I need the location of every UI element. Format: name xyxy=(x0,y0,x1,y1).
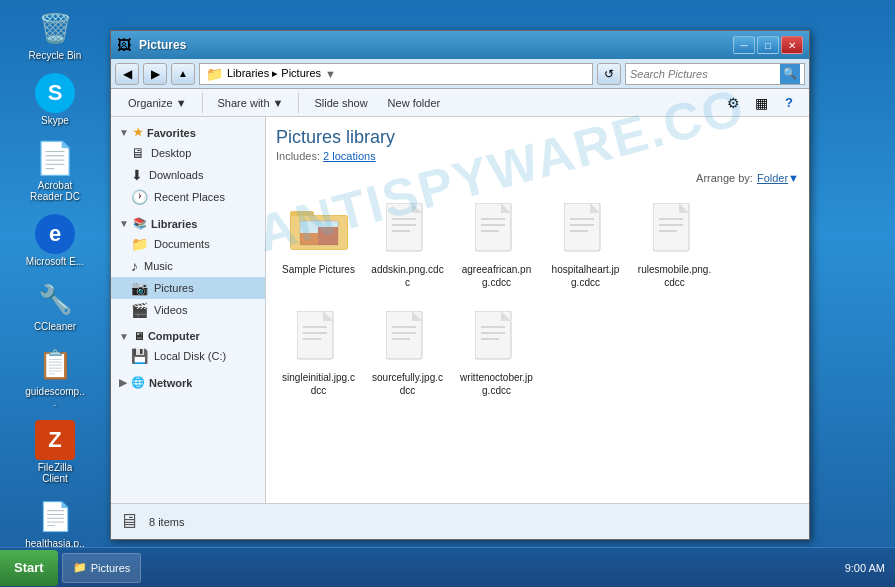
file-item-agreeafrican[interactable]: agreeafrican.png.cdcc xyxy=(454,192,539,296)
search-input[interactable] xyxy=(630,68,780,80)
sidebar-item-music[interactable]: ♪ Music xyxy=(111,255,265,277)
desktop-icon-guidescomplete[interactable]: 📋 guidescomp... xyxy=(20,340,90,412)
explorer-window: 🖼 Pictures ─ □ ✕ ◀ ▶ ▲ 📁 Libraries ▸ Pic… xyxy=(110,30,810,540)
file-label-addskin: addskin.png.cdcc xyxy=(370,263,445,289)
desktop-icon-filezilla[interactable]: Z FileZilla Client xyxy=(20,416,90,488)
sidebar-item-desktop[interactable]: 🖥 Desktop xyxy=(111,142,265,164)
network-section: ▶ 🌐 Network xyxy=(111,373,265,392)
file-grid: Sample Pictures addskin.png.cdcc xyxy=(276,192,799,404)
pictures-icon: 📷 xyxy=(131,280,148,296)
desktop-icon-ccleaner[interactable]: 🔧 CCleaner xyxy=(20,275,90,336)
desktop-icon-skype[interactable]: S Skype xyxy=(20,69,90,130)
network-header[interactable]: ▶ 🌐 Network xyxy=(111,373,265,392)
libraries-arrow: ▼ xyxy=(119,218,129,229)
organize-button[interactable]: Organize ▼ xyxy=(119,92,196,114)
share-dropdown-icon: ▼ xyxy=(273,97,284,109)
doc-svg-icon-1 xyxy=(386,203,430,255)
includes-link[interactable]: 2 locations xyxy=(323,150,376,162)
taskbar-window-item[interactable]: 📁 Pictures xyxy=(62,553,142,583)
libraries-folder-icon: 📚 xyxy=(133,217,147,230)
help-button[interactable]: ? xyxy=(777,92,801,114)
address-bar: ◀ ▶ ▲ 📁 Libraries ▸ Pictures ▼ ↺ 🔍 xyxy=(111,59,809,89)
edge-icon: e xyxy=(35,214,75,254)
new-folder-button[interactable]: New folder xyxy=(379,92,450,114)
share-with-button[interactable]: Share with ▼ xyxy=(209,92,293,114)
acrobat-icon: 📄 xyxy=(35,138,75,178)
sidebar: ▼ ★ Favorites 🖥 Desktop ⬇ Downloads 🕐 Re… xyxy=(111,117,266,503)
address-dropdown-icon[interactable]: ▼ xyxy=(325,68,336,80)
file-item-singleinitial[interactable]: singleinitial.jpg.cdcc xyxy=(276,300,361,404)
desktop-icon-sidebar: 🖥 xyxy=(131,145,145,161)
computer-header[interactable]: ▼ 🖥 Computer xyxy=(111,327,265,345)
libraries-header[interactable]: ▼ 📚 Libraries xyxy=(111,214,265,233)
back-button[interactable]: ◀ xyxy=(115,63,139,85)
path-folder-icon: 📁 xyxy=(206,66,223,82)
item-count: 8 items xyxy=(149,516,184,528)
file-label-hospitalheart: hospitalheart.jpg.cdcc xyxy=(548,263,623,289)
doc-icon-wrap-5 xyxy=(289,307,349,367)
folder-svg-icon xyxy=(290,205,348,253)
taskbar-item-icon: 📁 xyxy=(73,561,87,574)
healthasia-icon: 📄 xyxy=(35,496,75,536)
file-item-hospitalheart[interactable]: hospitalheart.jpg.cdcc xyxy=(543,192,628,296)
sidebar-item-recent-places[interactable]: 🕐 Recent Places xyxy=(111,186,265,208)
sidebar-item-downloads[interactable]: ⬇ Downloads xyxy=(111,164,265,186)
guidescomplete-label: guidescomp... xyxy=(24,386,86,408)
documents-icon: 📁 xyxy=(131,236,148,252)
arrange-dropdown-icon[interactable]: ▼ xyxy=(788,172,799,184)
edge-label: Microsoft E... xyxy=(26,256,84,267)
sidebar-item-pictures[interactable]: 📷 Pictures xyxy=(111,277,265,299)
doc-icon-wrap-4 xyxy=(645,199,705,259)
desktop-icons: 🗑️ Recycle Bin S Skype 📄 Acrobat Reader … xyxy=(0,0,110,587)
taskbar-clock: 9:00 AM xyxy=(835,562,895,574)
sidebar-item-local-disk[interactable]: 💾 Local Disk (C:) xyxy=(111,345,265,367)
doc-icon-wrap-2 xyxy=(467,199,527,259)
doc-svg-icon-6 xyxy=(386,311,430,363)
svg-rect-9 xyxy=(300,233,318,245)
desktop-icon-edge[interactable]: e Microsoft E... xyxy=(20,210,90,271)
favorites-header[interactable]: ▼ ★ Favorites xyxy=(111,123,265,142)
view-toggle-button[interactable]: ▦ xyxy=(749,92,773,114)
search-button[interactable]: 🔍 xyxy=(780,64,800,84)
arrange-label: Arrange by: xyxy=(696,172,753,184)
desktop-icon-acrobat[interactable]: 📄 Acrobat Reader DC xyxy=(20,134,90,206)
doc-svg-icon-5 xyxy=(297,311,341,363)
toolbar-divider-2 xyxy=(298,93,299,113)
sidebar-item-videos[interactable]: 🎬 Videos xyxy=(111,299,265,321)
folder-icon-wrap xyxy=(289,199,349,259)
arrange-value[interactable]: Folder xyxy=(757,172,788,184)
refresh-button[interactable]: ↺ xyxy=(597,63,621,85)
file-item-addskin[interactable]: addskin.png.cdcc xyxy=(365,192,450,296)
doc-svg-icon-2 xyxy=(475,203,519,255)
window-title: Pictures xyxy=(139,38,733,52)
file-item-sourcefully[interactable]: sourcefully.jpg.cdcc xyxy=(365,300,450,404)
sidebar-item-documents[interactable]: 📁 Documents xyxy=(111,233,265,255)
slideshow-button[interactable]: Slide show xyxy=(305,92,376,114)
file-item-rulesmobile[interactable]: rulesmobile.png.cdcc xyxy=(632,192,717,296)
svg-rect-10 xyxy=(318,227,338,245)
minimize-button[interactable]: ─ xyxy=(733,36,755,54)
main-area: ▼ ★ Favorites 🖥 Desktop ⬇ Downloads 🕐 Re… xyxy=(111,117,809,503)
address-path: Libraries ▸ Pictures xyxy=(227,67,321,80)
music-icon: ♪ xyxy=(131,258,138,274)
star-icon: ★ xyxy=(133,126,143,139)
maximize-button[interactable]: □ xyxy=(757,36,779,54)
start-button[interactable]: Start xyxy=(0,550,58,586)
file-item-writtenoctober[interactable]: writtenoctober.jpg.cdcc xyxy=(454,300,539,404)
skype-icon: S xyxy=(35,73,75,113)
file-item-sample-pictures[interactable]: Sample Pictures xyxy=(276,192,361,296)
doc-svg-icon-4 xyxy=(653,203,697,255)
address-input[interactable]: 📁 Libraries ▸ Pictures ▼ xyxy=(199,63,593,85)
file-label-writtenoctober: writtenoctober.jpg.cdcc xyxy=(459,371,534,397)
close-button[interactable]: ✕ xyxy=(781,36,803,54)
up-button[interactable]: ▲ xyxy=(171,63,195,85)
desktop-icon-recycle-bin[interactable]: 🗑️ Recycle Bin xyxy=(20,4,90,65)
taskbar: Start 📁 Pictures 9:00 AM xyxy=(0,547,895,587)
forward-button[interactable]: ▶ xyxy=(143,63,167,85)
toolbar-right: ⚙ ▦ ? xyxy=(721,92,801,114)
doc-svg-icon-7 xyxy=(475,311,519,363)
file-label-rulesmobile: rulesmobile.png.cdcc xyxy=(637,263,712,289)
downloads-icon: ⬇ xyxy=(131,167,143,183)
view-options-button[interactable]: ⚙ xyxy=(721,92,745,114)
favorites-section: ▼ ★ Favorites 🖥 Desktop ⬇ Downloads 🕐 Re… xyxy=(111,123,265,208)
